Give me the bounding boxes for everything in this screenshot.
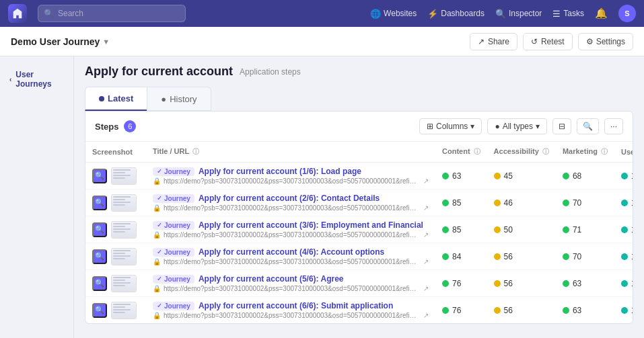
notification-bell[interactable]: 🔔	[595, 7, 608, 19]
accessibility-info-icon[interactable]: ⓘ	[542, 148, 549, 155]
accessibility-score: 56	[504, 252, 513, 261]
screenshot-zoom-button[interactable]: 🔍	[92, 303, 107, 318]
user-experience-score: 100	[631, 279, 633, 288]
accessibility-score: 50	[504, 225, 513, 235]
sub-header: Demo User Journey ▼ ↗ Share ↺ Retest ⚙ S…	[0, 27, 644, 56]
marketing-dot	[563, 200, 569, 206]
journey-badge: Journey	[153, 302, 194, 310]
top-navigation: 🔍 🌐 Websites ⚡ Dashboards 🔍 Inspector ☰ …	[0, 0, 644, 27]
step-url[interactable]: https://demo?psb=300731000002&pss=300731…	[164, 177, 419, 185]
marketing-dot	[563, 280, 569, 287]
more-options-button[interactable]: ···	[604, 118, 623, 134]
tab-latest[interactable]: Latest	[85, 87, 147, 111]
accessibility-dot	[494, 253, 501, 260]
external-link-icon[interactable]: ↗	[423, 285, 429, 292]
retest-button[interactable]: ↺ Retest	[523, 33, 573, 50]
user-experience-cell-1: 100	[614, 189, 633, 216]
step-title[interactable]: Apply for current account (4/6): Account…	[199, 247, 384, 257]
project-title[interactable]: Demo User Journey ▼	[11, 36, 110, 47]
share-button[interactable]: ↗ Share	[470, 33, 517, 50]
screenshot-zoom-button[interactable]: 🔍	[92, 196, 107, 210]
external-link-icon[interactable]: ↗	[423, 231, 429, 239]
title-url-cell-3: Journey Apply for current account (4/6):…	[146, 243, 435, 270]
step-url[interactable]: https://demo?psb=300731000002&pss=300731…	[164, 312, 419, 319]
step-title[interactable]: Apply for current account (3/6): Employm…	[199, 220, 423, 230]
content-dot	[442, 280, 449, 287]
sidebar-item-user-journeys[interactable]: ‹ User Journeys	[0, 65, 73, 94]
table-row: 🔍 Journey Apply for current account (5/6…	[85, 270, 633, 297]
content-score: 63	[452, 171, 461, 181]
filter-button[interactable]: ⊟	[552, 118, 571, 134]
marketing-cell-0: 68	[556, 163, 614, 189]
lock-icon: 🔒	[153, 177, 161, 185]
nav-tasks[interactable]: ☰ Tasks	[552, 9, 584, 19]
step-url[interactable]: https://demo?psb=300731000002&pss=300731…	[164, 285, 419, 292]
search-bar[interactable]: 🔍	[38, 5, 186, 22]
settings-button[interactable]: ⚙ Settings	[578, 33, 633, 50]
external-link-icon[interactable]: ↗	[423, 204, 429, 212]
chevron-down-icon: ▼	[102, 38, 110, 46]
marketing-score: 63	[573, 279, 581, 288]
nav-inspector[interactable]: 🔍 Inspector	[495, 9, 542, 19]
screenshot-zoom-button[interactable]: 🔍	[92, 249, 107, 264]
external-link-icon[interactable]: ↗	[423, 258, 429, 265]
avatar[interactable]: S	[618, 5, 636, 22]
external-link-icon[interactable]: ↗	[423, 312, 429, 319]
step-url[interactable]: https://demo?psb=300731000002&pss=300731…	[164, 258, 419, 265]
sub-nav-actions: ↗ Share ↺ Retest ⚙ Settings	[470, 33, 633, 50]
marketing-dot	[563, 226, 569, 233]
screenshot-zoom-button[interactable]: 🔍	[92, 276, 107, 291]
search-toolbar-button[interactable]: 🔍	[577, 118, 599, 134]
nav-websites[interactable]: 🌐 Websites	[370, 9, 417, 19]
sidebar: ‹ User Journeys	[0, 56, 74, 338]
all-types-button[interactable]: ● All types ▾	[487, 118, 547, 134]
step-url[interactable]: https://demo?psb=300731000002&pss=300731…	[164, 204, 419, 212]
tab-history[interactable]: ● History	[147, 87, 211, 111]
nav-dashboards[interactable]: ⚡ Dashboards	[427, 9, 485, 19]
globe-icon: 🌐	[370, 9, 381, 19]
nav-items: 🌐 Websites ⚡ Dashboards 🔍 Inspector ☰ Ta…	[370, 5, 636, 22]
columns-button[interactable]: ⊞ Columns ▾	[419, 118, 482, 134]
journey-badge: Journey	[153, 221, 194, 230]
screenshot-zoom-button[interactable]: 🔍	[92, 222, 107, 237]
marketing-info-icon[interactable]: ⓘ	[601, 148, 608, 155]
marketing-score: 70	[573, 252, 581, 261]
step-title[interactable]: Apply for current account (1/6): Load pa…	[199, 167, 361, 176]
steps-count: 6	[124, 120, 136, 132]
tabs-row: Latest ● History	[85, 87, 633, 111]
title-info-icon[interactable]: ⓘ	[192, 148, 199, 155]
user-experience-dot	[621, 253, 628, 260]
col-title-url: Title / URL ⓘ	[146, 142, 435, 163]
content-score: 76	[452, 306, 461, 315]
retest-icon: ↺	[531, 37, 538, 46]
screenshot-cell-0: 🔍	[85, 163, 146, 189]
title-url-cell-5: Journey Apply for current account (6/6):…	[146, 297, 435, 324]
screenshot-zoom-button[interactable]: 🔍	[92, 169, 107, 183]
table-row: 🔍 Journey Apply for current account (3/6…	[85, 216, 633, 243]
table-row: 🔍 Journey Apply for current account (4/6…	[85, 243, 633, 270]
user-experience-cell-2: 100	[614, 216, 633, 243]
journey-badge: Journey	[153, 275, 194, 284]
user-experience-score: 100	[631, 198, 633, 208]
step-title[interactable]: Apply for current account (5/6): Agree	[199, 274, 344, 284]
marketing-cell-1: 70	[556, 189, 614, 216]
logo[interactable]	[8, 4, 27, 23]
screenshot-cell-5: 🔍	[85, 297, 146, 324]
tasks-icon: ☰	[552, 9, 561, 19]
content-info-icon[interactable]: ⓘ	[474, 148, 480, 155]
step-url[interactable]: https://demo?psb=300731000002&pss=300731…	[164, 231, 419, 239]
content-dot	[442, 226, 449, 233]
share-icon: ↗	[478, 37, 485, 46]
journey-badge: Journey	[153, 167, 194, 176]
marketing-dot	[563, 253, 569, 260]
user-experience-score: 100	[631, 171, 633, 181]
steps-label: Steps	[95, 122, 118, 132]
step-title[interactable]: Apply for current account (2/6): Contact…	[199, 194, 380, 203]
steps-toolbar: Steps 6 ⊞ Columns ▾ ● All types ▾ ⊟ 🔍	[85, 112, 633, 142]
title-url-cell-2: Journey Apply for current account (3/6):…	[146, 216, 435, 243]
user-experience-score: 100	[631, 306, 633, 315]
external-link-icon[interactable]: ↗	[423, 177, 429, 185]
search-input[interactable]	[58, 9, 180, 18]
step-title[interactable]: Apply for current account (6/6): Submit …	[199, 301, 393, 310]
user-experience-dot	[621, 173, 628, 179]
